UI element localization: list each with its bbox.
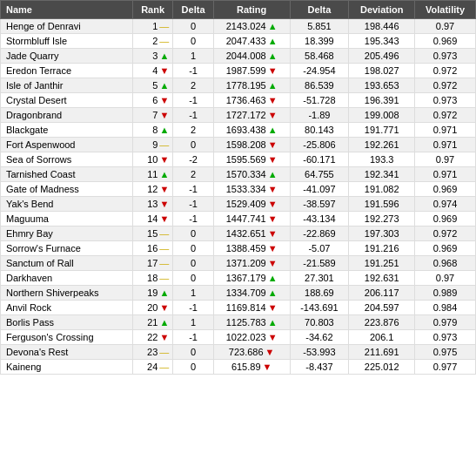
cell-rating: 2044.008 ▲ <box>213 49 290 64</box>
table-row: Isle of Janthir5▲21778.195 ▲86.539193.65… <box>1 78 476 93</box>
cell-rank: 12▼ <box>132 182 172 197</box>
cell-deviation: 195.343 <box>349 34 415 49</box>
cell-volatility: 0.973 <box>415 93 476 108</box>
cell-rank-delta: 0 <box>173 360 213 375</box>
cell-name: Gate of Madness <box>1 182 133 197</box>
cell-deviation: 192.261 <box>349 138 415 152</box>
cell-name: Devona's Rest <box>1 345 133 360</box>
cell-deviation: 191.771 <box>349 123 415 138</box>
cell-name: Isle of Janthir <box>1 78 133 93</box>
cell-deviation: 198.027 <box>349 64 415 78</box>
rankings-table: Name Rank Delta Rating Delta Deviation V… <box>0 0 476 375</box>
table-row: Sea of Sorrows10▼-21595.569 ▼-60.171193.… <box>1 152 476 167</box>
cell-rank-delta: -1 <box>173 64 213 78</box>
cell-deviation: 199.008 <box>349 108 415 123</box>
table-row: Tarnished Coast11▲21570.334 ▲64.755192.3… <box>1 167 476 182</box>
cell-rating-delta: 80.143 <box>290 123 349 138</box>
cell-volatility: 0.971 <box>415 123 476 138</box>
cell-rating-delta: -43.134 <box>290 212 349 226</box>
cell-rating: 1432.651 ▼ <box>213 226 290 241</box>
cell-rating-delta: -143.691 <box>290 301 349 315</box>
cell-volatility: 0.969 <box>415 241 476 256</box>
cell-name: Maguuma <box>1 212 133 226</box>
cell-rank-delta: -1 <box>173 330 213 345</box>
cell-rating-delta: -38.597 <box>290 197 349 212</box>
table-row: Darkhaven18—01367.179 ▲27.301192.6310.97 <box>1 271 476 286</box>
cell-rank: 15— <box>132 226 172 241</box>
cell-volatility: 0.973 <box>415 49 476 64</box>
cell-rank-delta: 0 <box>173 241 213 256</box>
table-row: Northern Shiverpeaks19▲11334.709 ▲188.69… <box>1 286 476 301</box>
cell-rating-delta: -24.954 <box>290 64 349 78</box>
cell-rank: 2— <box>132 34 172 49</box>
cell-rank-delta: -1 <box>173 182 213 197</box>
cell-deviation: 197.303 <box>349 226 415 241</box>
col-header-rating: Rating <box>213 1 290 19</box>
cell-rank-delta: 0 <box>173 19 213 34</box>
cell-rating-delta: -21.589 <box>290 256 349 271</box>
cell-rank: 13▼ <box>132 197 172 212</box>
cell-rating: 2047.433 ▲ <box>213 34 290 49</box>
cell-rank: 20▼ <box>132 301 172 315</box>
cell-name: Yak's Bend <box>1 197 133 212</box>
cell-rank-delta: 2 <box>173 167 213 182</box>
cell-rank-delta: 1 <box>173 49 213 64</box>
cell-rank: 17— <box>132 256 172 271</box>
cell-volatility: 0.972 <box>415 226 476 241</box>
cell-deviation: 191.596 <box>349 197 415 212</box>
table-row: Stormbluff Isle2—02047.433 ▲18.399195.34… <box>1 34 476 49</box>
cell-rank: 8▲ <box>132 123 172 138</box>
cell-rating: 1987.599 ▼ <box>213 64 290 78</box>
col-header-deviation: Deviation <box>349 1 415 19</box>
cell-rank-delta: 0 <box>173 226 213 241</box>
cell-rating: 1367.179 ▲ <box>213 271 290 286</box>
cell-rating: 1388.459 ▼ <box>213 241 290 256</box>
cell-name: Eredon Terrace <box>1 64 133 78</box>
cell-rank-delta: 0 <box>173 138 213 152</box>
cell-rating: 1727.172 ▼ <box>213 108 290 123</box>
cell-rank: 22▼ <box>132 330 172 345</box>
cell-volatility: 0.97 <box>415 152 476 167</box>
cell-rating: 1533.334 ▼ <box>213 182 290 197</box>
cell-rating-delta: 58.468 <box>290 49 349 64</box>
table-row: Eredon Terrace4▼-11987.599 ▼-24.954198.0… <box>1 64 476 78</box>
table-row: Maguuma14▼-11447.741 ▼-43.134192.2730.96… <box>1 212 476 226</box>
cell-rank-delta: 0 <box>173 256 213 271</box>
table-row: Blackgate8▲21693.438 ▲80.143191.7710.971 <box>1 123 476 138</box>
cell-rating: 615.89 ▼ <box>213 360 290 375</box>
cell-rating: 2143.024 ▲ <box>213 19 290 34</box>
table-row: Sorrow's Furnace16—01388.459 ▼-5.07191.2… <box>1 241 476 256</box>
cell-rank-delta: -1 <box>173 108 213 123</box>
table-row: Anvil Rock20▼-11169.814 ▼-143.691204.597… <box>1 301 476 315</box>
table-row: Sanctum of Rall17—01371.209 ▼-21.589191.… <box>1 256 476 271</box>
table-row: Henge of Denravi1—02143.024 ▲5.851198.44… <box>1 19 476 34</box>
cell-rating-delta: -25.806 <box>290 138 349 152</box>
cell-volatility: 0.971 <box>415 138 476 152</box>
cell-rating: 1125.783 ▲ <box>213 315 290 330</box>
cell-deviation: 193.3 <box>349 152 415 167</box>
cell-rating: 1529.409 ▼ <box>213 197 290 212</box>
cell-rank: 24— <box>132 360 172 375</box>
cell-name: Crystal Desert <box>1 93 133 108</box>
table-row: Fort Aspenwood9—01598.208 ▼-25.806192.26… <box>1 138 476 152</box>
cell-rating-delta: -5.07 <box>290 241 349 256</box>
cell-rank-delta: 1 <box>173 286 213 301</box>
cell-rating-delta: -1.89 <box>290 108 349 123</box>
cell-deviation: 206.117 <box>349 286 415 301</box>
cell-rank: 5▲ <box>132 78 172 93</box>
cell-rating: 1595.569 ▼ <box>213 152 290 167</box>
cell-rating-delta: -51.728 <box>290 93 349 108</box>
table-row: Gate of Madness12▼-11533.334 ▼-41.097191… <box>1 182 476 197</box>
cell-volatility: 0.972 <box>415 108 476 123</box>
cell-volatility: 0.971 <box>415 167 476 182</box>
col-header-name: Name <box>1 1 133 19</box>
cell-rating-delta: -22.869 <box>290 226 349 241</box>
cell-rating: 1169.814 ▼ <box>213 301 290 315</box>
cell-volatility: 0.977 <box>415 360 476 375</box>
col-header-delta2: Delta <box>290 1 349 19</box>
cell-deviation: 193.653 <box>349 78 415 93</box>
cell-name: Henge of Denravi <box>1 19 133 34</box>
cell-rank: 14▼ <box>132 212 172 226</box>
cell-rank-delta: -2 <box>173 152 213 167</box>
cell-rank: 19▲ <box>132 286 172 301</box>
